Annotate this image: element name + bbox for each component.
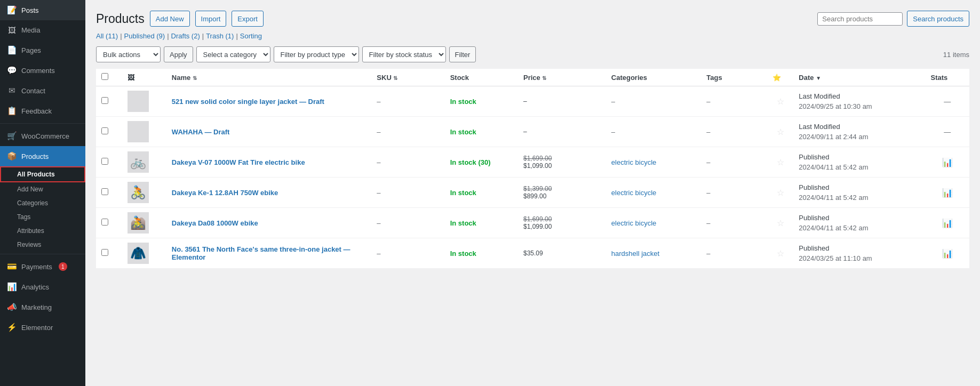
- sidebar-submenu-tags[interactable]: Tags: [0, 210, 85, 224]
- import-button[interactable]: Import: [195, 11, 227, 27]
- product-name-link[interactable]: Dakeya Ke-1 12.8AH 750W ebike: [172, 189, 278, 197]
- sidebar-item-posts[interactable]: 📝 Posts: [0, 0, 85, 20]
- subnav-sep1: |: [120, 32, 122, 40]
- subnav-all[interactable]: All (11): [96, 32, 118, 40]
- main-content: Products Add New Import Export Search pr…: [85, 0, 980, 386]
- woocommerce-icon: 🛒: [6, 131, 17, 141]
- subnav-published[interactable]: Published (9): [124, 32, 165, 40]
- subnav-trash[interactable]: Trash (1): [206, 32, 234, 40]
- subnav: All (11) | Published (9) | Drafts (2) | …: [96, 32, 969, 40]
- row-tags-cell: –: [701, 208, 767, 238]
- sidebar-submenu-all-products[interactable]: All Products: [0, 166, 85, 182]
- star-toggle[interactable]: ☆: [777, 127, 784, 136]
- row-checkbox[interactable]: [101, 97, 108, 104]
- stock-status-select[interactable]: Filter by stock status In stock Out of s…: [362, 46, 446, 62]
- row-name-cell: No. 3561 The North Face's same three-in-…: [166, 238, 372, 269]
- row-categories-cell: electric bicycle: [606, 178, 702, 208]
- row-price-cell: –: [518, 117, 606, 147]
- sidebar-item-label: Comments: [21, 67, 55, 75]
- stats-icon[interactable]: 📊: [942, 249, 953, 258]
- category-link[interactable]: electric bicycle: [611, 189, 657, 197]
- row-star-cell: ☆: [767, 238, 793, 269]
- product-type-select[interactable]: Filter by product type Simple product Va…: [274, 46, 359, 62]
- items-count: 11 items: [943, 51, 969, 59]
- add-new-button[interactable]: Add New: [150, 11, 190, 27]
- subnav-sep3: |: [202, 32, 204, 40]
- row-stats-cell: —: [926, 117, 969, 147]
- col-header-checkbox: [96, 69, 122, 86]
- search-input[interactable]: [817, 12, 903, 26]
- sidebar-item-contact[interactable]: ✉ Contact: [0, 81, 85, 101]
- col-header-date[interactable]: Date: [793, 69, 925, 86]
- row-price-cell: –: [518, 86, 606, 117]
- col-header-price[interactable]: Price: [518, 69, 606, 86]
- search-button[interactable]: Search products: [907, 11, 969, 27]
- row-checkbox-cell: [96, 208, 122, 238]
- subnav-drafts[interactable]: Drafts (2): [171, 32, 200, 40]
- stats-icon[interactable]: 📊: [942, 158, 953, 167]
- sidebar-item-products[interactable]: 📦 Products: [0, 146, 85, 166]
- star-toggle[interactable]: ☆: [777, 219, 784, 228]
- sidebar-item-media[interactable]: 🖼 Media: [0, 20, 85, 40]
- product-thumbnail: 🚴: [128, 182, 149, 203]
- sidebar-item-comments[interactable]: 💬 Comments: [0, 60, 85, 81]
- sidebar-item-label: Media: [21, 26, 40, 34]
- category-select[interactable]: Select a category: [196, 46, 270, 62]
- row-image-cell: [122, 117, 166, 147]
- product-thumbnail: 🚲: [128, 151, 149, 173]
- sidebar-item-feedback[interactable]: 📋 Feedback: [0, 101, 85, 121]
- subnav-sorting[interactable]: Sorting: [240, 32, 262, 40]
- image-icon: 🖼: [128, 74, 134, 82]
- category-link[interactable]: electric bicycle: [611, 219, 657, 227]
- date-value: 2024/04/11 at 5:42 am: [799, 163, 868, 171]
- stats-icon[interactable]: 📊: [942, 219, 953, 228]
- products-submenu: All Products Add New Categories Tags Att…: [0, 166, 85, 252]
- product-name-link[interactable]: Dakeya Da08 1000W ebike: [172, 219, 258, 227]
- row-checkbox[interactable]: [101, 127, 108, 134]
- star-toggle[interactable]: ☆: [777, 158, 784, 167]
- product-name-link[interactable]: No. 3561 The North Face's same three-in-…: [172, 245, 350, 261]
- sidebar-item-pages[interactable]: 📄 Pages: [0, 40, 85, 60]
- product-name-link[interactable]: Dakeya V-07 1000W Fat Tire electric bike: [172, 158, 305, 166]
- stats-icon[interactable]: 📊: [942, 188, 953, 197]
- row-star-cell: ☆: [767, 208, 793, 238]
- col-header-name[interactable]: Name: [166, 69, 372, 86]
- sidebar-item-analytics[interactable]: 📊 Analytics: [0, 277, 85, 297]
- row-checkbox[interactable]: [101, 188, 108, 195]
- sidebar-item-marketing[interactable]: 📣 Marketing: [0, 297, 85, 317]
- bulk-actions-select[interactable]: Bulk actions Edit Move to Trash: [96, 46, 161, 62]
- submenu-label: Reviews: [17, 241, 41, 248]
- export-button[interactable]: Export: [232, 11, 264, 27]
- sidebar-submenu-add-new[interactable]: Add New: [0, 182, 85, 196]
- row-checkbox-cell: [96, 238, 122, 269]
- sidebar-submenu-reviews[interactable]: Reviews: [0, 238, 85, 252]
- filters-row: Bulk actions Edit Move to Trash Apply Se…: [96, 46, 969, 62]
- sidebar-submenu-attributes[interactable]: Attributes: [0, 224, 85, 238]
- row-date-cell: Published 2024/04/11 at 5:42 am: [793, 147, 925, 178]
- row-price-cell: $35.09: [518, 238, 606, 269]
- sidebar-submenu-categories[interactable]: Categories: [0, 196, 85, 210]
- row-stock-cell: In stock: [445, 117, 518, 147]
- date-label: Published: [799, 214, 829, 222]
- star-toggle[interactable]: ☆: [777, 97, 784, 106]
- star-toggle[interactable]: ☆: [777, 249, 784, 258]
- row-checkbox[interactable]: [101, 249, 108, 256]
- select-all-checkbox[interactable]: [101, 73, 108, 80]
- star-toggle[interactable]: ☆: [777, 188, 784, 197]
- row-checkbox[interactable]: [101, 219, 108, 226]
- apply-button[interactable]: Apply: [164, 46, 193, 62]
- product-name-link[interactable]: WAHAHA — Draft: [172, 128, 230, 136]
- date-value: 2024/04/11 at 5:42 am: [799, 224, 868, 232]
- sidebar-item-elementor[interactable]: ⚡ Elementor: [0, 317, 85, 337]
- sidebar-item-payments[interactable]: 💳 Payments 1: [0, 256, 85, 277]
- sidebar-item-woocommerce[interactable]: 🛒 WooCommerce: [0, 126, 85, 146]
- row-checkbox[interactable]: [101, 158, 108, 165]
- comments-icon: 💬: [6, 66, 17, 75]
- col-header-sku[interactable]: SKU: [371, 69, 444, 86]
- row-tags-cell: –: [701, 178, 767, 208]
- filter-button[interactable]: Filter: [449, 46, 476, 62]
- category-link[interactable]: electric bicycle: [611, 158, 657, 166]
- category-link[interactable]: hardshell jacket: [611, 250, 659, 258]
- product-name-link[interactable]: 521 new solid color single layer jacket …: [172, 98, 324, 106]
- page-header: Products Add New Import Export Search pr…: [96, 11, 969, 27]
